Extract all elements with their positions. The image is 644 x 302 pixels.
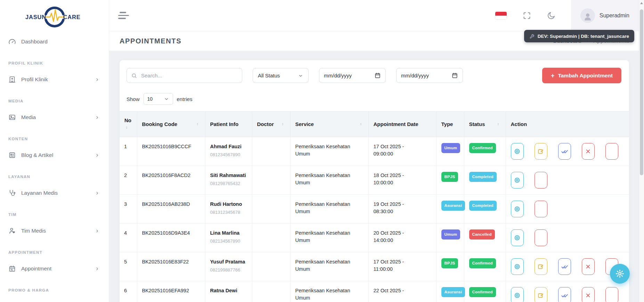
action-cell: undefined — [506, 195, 629, 224]
appointment-date: 19 Oct 2025 -08:30:00 — [368, 195, 436, 224]
action-cell: undefined — [506, 137, 629, 166]
image-icon — [8, 114, 16, 121]
fullscreen-icon[interactable] — [522, 11, 531, 20]
column-header-action: Action — [506, 111, 629, 137]
edit-button[interactable] — [535, 143, 547, 160]
scrollbar-up-arrow-icon[interactable] — [640, 2, 643, 4]
cancel-button[interactable] — [582, 143, 595, 160]
status-badge: Confirmed — [469, 258, 496, 268]
brand-logo[interactable]: JASUN CARE — [20, 4, 89, 31]
delete-button[interactable]: undefined — [535, 172, 547, 188]
table-row: 3BK20251016AB238DRudi Hartono08131234567… — [120, 195, 629, 224]
page-scrollbar[interactable] — [639, 0, 644, 302]
add-appointment-button[interactable]: + Tambah Appointment — [542, 68, 621, 83]
patient-info: Yusuf Pratama082199887766 — [205, 252, 252, 281]
doctor — [252, 252, 290, 281]
booking-code: BK20251016EFA992 — [137, 281, 205, 302]
column-header-booking-code[interactable]: Booking Code — [137, 111, 205, 137]
plus-icon: + — [551, 73, 555, 79]
status-badge: Confirmed — [469, 287, 496, 297]
dark-mode-moon-icon[interactable] — [547, 11, 556, 20]
sort-icon — [496, 121, 501, 127]
sidebar-section-promo-harga: PROMO & HARGA — [0, 287, 109, 294]
date-from-input[interactable]: mm/dd/yyyy — [319, 68, 386, 83]
edit-button[interactable] — [535, 287, 547, 302]
row-number: 2 — [120, 166, 137, 195]
sidebar-section-tim: TIM — [0, 211, 109, 218]
view-button[interactable] — [511, 143, 524, 160]
row-number: 1 — [120, 137, 137, 166]
flag-white-stripe — [495, 16, 507, 19]
sidebar-item-layanan-medis[interactable]: Layanan Medis — [0, 185, 109, 201]
view-button[interactable] — [511, 287, 524, 302]
gauge-icon — [8, 38, 16, 45]
sidebar-item-label: Tim Medis — [21, 228, 46, 234]
status-cell: Confirmed — [464, 281, 506, 302]
status-cell: Confirmed — [464, 252, 506, 281]
action-cell: undefined — [506, 281, 629, 302]
user-heart-icon — [8, 227, 16, 235]
view-button[interactable] — [511, 201, 524, 217]
sidebar-section-konten: KONTEN — [0, 135, 109, 142]
sidebar-item-blog-artikel[interactable]: Blog & Artikel — [0, 147, 109, 163]
view-button[interactable] — [511, 172, 524, 188]
delete-button[interactable]: undefined — [535, 201, 547, 217]
action-cell: undefined — [506, 224, 629, 252]
main-area: Superadmin APPOINTMENTS Dashboard Appoin… — [109, 0, 639, 302]
sort-icon — [280, 121, 285, 127]
sidebar-item-appointment[interactable]: Appointment — [0, 260, 109, 277]
delete-button[interactable]: undefined — [535, 229, 547, 246]
sidebar-section-media: MEDIA — [0, 98, 109, 104]
view-button[interactable] — [511, 229, 524, 246]
confirm-button[interactable] — [558, 258, 571, 275]
menu-toggle-icon[interactable] — [118, 12, 130, 19]
page-size-select[interactable]: 10 — [144, 93, 173, 105]
date-to-input[interactable]: mm/dd/yyyy — [396, 68, 463, 83]
delete-button[interactable]: undefined — [605, 143, 618, 160]
column-header-doctor[interactable]: Doctor — [252, 111, 290, 137]
sidebar-section-profil-klinik: PROFIL KLINIK — [0, 60, 109, 67]
sidebar-item-media[interactable]: Media — [0, 109, 109, 126]
booking-code: BK20251016D9A3E4 — [137, 224, 205, 252]
search-input[interactable] — [127, 68, 242, 83]
language-flag-icon[interactable] — [495, 11, 507, 20]
chevron-right-icon — [95, 115, 100, 120]
sidebar-nav: DashboardPROFIL KLINIKProfil KlinikMEDIA… — [0, 33, 109, 294]
doctor — [252, 281, 290, 302]
row-number: 3 — [120, 195, 137, 224]
column-header-type: Type — [436, 111, 464, 137]
status-badge: Completed — [469, 201, 497, 211]
cancel-button[interactable] — [582, 287, 595, 302]
column-header-service[interactable]: Service — [290, 111, 368, 137]
patient-name: Lina Marlina — [210, 229, 247, 237]
sidebar-item-label: Dashboard — [21, 39, 48, 45]
settings-fab-button[interactable] — [610, 264, 630, 284]
content: All Status mm/dd/yyyy mm/dd/yyyy + Tamba… — [109, 51, 639, 302]
confirm-button[interactable] — [558, 143, 571, 160]
cancel-button[interactable] — [582, 258, 595, 275]
brand-name-left: JASUN — [25, 14, 46, 20]
sidebar-item-profil-klinik[interactable]: Profil Klinik — [0, 71, 109, 88]
confirm-button[interactable] — [558, 287, 571, 302]
page-title: APPOINTMENTS — [120, 37, 181, 45]
column-label: No — [124, 117, 131, 123]
sort-icon — [124, 125, 129, 131]
service: Pemeriksaan Kesehatan Umum — [290, 281, 368, 302]
sidebar-item-dashboard[interactable]: Dashboard — [0, 33, 109, 50]
delete-button[interactable]: undefined — [605, 287, 618, 302]
user-menu[interactable]: Superadmin — [571, 0, 639, 31]
scrollbar-thumb[interactable] — [640, 9, 643, 175]
view-button[interactable] — [511, 258, 524, 275]
table-row: 6BK20251016EFA992Ratna DewiPemeriksaan K… — [120, 281, 629, 302]
column-header-no[interactable]: No — [120, 111, 137, 137]
booking-code: BK20251016AB238D — [137, 195, 205, 224]
chevron-down-icon — [164, 96, 169, 102]
type-cell: BPJS — [436, 252, 464, 281]
sidebar: JASUN CARE DashboardPROFIL KLINIKProfil … — [0, 0, 109, 302]
column-header-status[interactable]: Status — [464, 111, 506, 137]
status-filter-select[interactable]: All Status — [253, 68, 309, 83]
edit-button[interactable] — [535, 258, 547, 275]
doctor — [252, 195, 290, 224]
sidebar-item-tim-medis[interactable]: Tim Medis — [0, 223, 109, 239]
appointment-date: 17 Oct 2025 -11:00:00 — [368, 252, 436, 281]
